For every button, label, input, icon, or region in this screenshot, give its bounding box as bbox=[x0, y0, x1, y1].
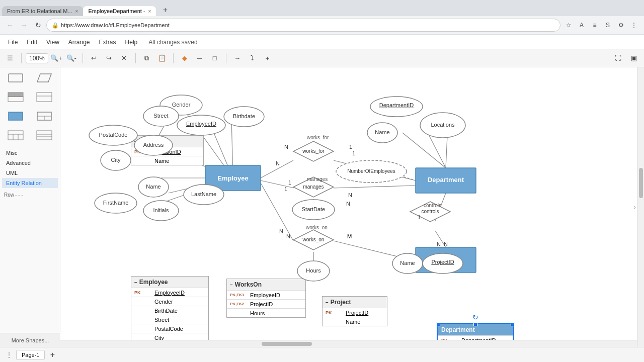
canvas-expand-right[interactable]: › bbox=[633, 203, 636, 212]
h-scroll-thumb[interactable] bbox=[262, 342, 312, 346]
svg-text:Address: Address bbox=[143, 142, 164, 148]
v-scroll-thumb[interactable] bbox=[639, 168, 643, 198]
label-manages: manages bbox=[307, 176, 328, 182]
address-bar[interactable]: 🔒 https://www.draw.io/#LEmployeeDepartme… bbox=[46, 19, 560, 32]
canvas-area[interactable]: N 1 1 N 1 N N M bbox=[60, 67, 637, 347]
tab-1[interactable]: From ER to Relational M... × bbox=[2, 6, 83, 16]
shape-table-1[interactable] bbox=[2, 88, 29, 106]
row-label: Row bbox=[4, 192, 14, 198]
vertical-scrollbar[interactable] bbox=[637, 67, 644, 347]
menu-view[interactable]: View bbox=[42, 37, 63, 47]
add-button[interactable]: ＋ bbox=[261, 52, 275, 65]
app-menu: File Edit View Arrange Extras Help All c… bbox=[0, 35, 644, 49]
shape-3col-preview bbox=[7, 129, 25, 141]
zoom-out-button[interactable]: 🔍- bbox=[64, 52, 78, 65]
left-panel: Misc Advanced UML Entity Relation Row - … bbox=[0, 67, 60, 362]
er-diagram-svg: Employee Department Project Gender Posta… bbox=[60, 67, 637, 347]
fullscreen-button[interactable]: ⛶ bbox=[611, 52, 625, 65]
rect-button[interactable]: □ bbox=[208, 52, 222, 65]
line-button[interactable]: ─ bbox=[193, 52, 207, 65]
panel-advanced-label: Advanced bbox=[6, 160, 31, 166]
panel-uml[interactable]: UML bbox=[2, 168, 58, 178]
add-page-button[interactable]: + bbox=[47, 349, 58, 360]
connector-group: → ⤵ ＋ bbox=[230, 52, 275, 65]
ext-4-icon[interactable]: ⚙ bbox=[615, 19, 627, 31]
horizontal-scrollbar[interactable] bbox=[60, 340, 637, 347]
delete-button[interactable]: ✕ bbox=[117, 52, 131, 65]
tab-2-close[interactable]: × bbox=[148, 9, 151, 14]
connector-button[interactable]: → bbox=[230, 52, 245, 65]
sep-1 bbox=[21, 53, 22, 63]
menu-arrange[interactable]: Arrange bbox=[64, 37, 94, 47]
paste-button[interactable]: 📋 bbox=[155, 52, 169, 65]
panel-advanced[interactable]: Advanced bbox=[2, 158, 58, 168]
svg-text:Birthdate: Birthdate bbox=[233, 113, 255, 119]
svg-text:DepartmentID: DepartmentID bbox=[379, 102, 414, 108]
shape-entity-preview bbox=[7, 110, 25, 122]
shape-split[interactable] bbox=[31, 108, 58, 125]
zoom-in-button[interactable]: 🔍+ bbox=[49, 52, 63, 65]
svg-text:controls: controls bbox=[421, 209, 439, 214]
browser-menu-icon[interactable]: ⋮ bbox=[628, 19, 640, 31]
tab-1-close[interactable]: × bbox=[75, 9, 78, 14]
forward-button[interactable]: → bbox=[18, 19, 30, 31]
svg-rect-0 bbox=[9, 74, 23, 82]
sep-5 bbox=[226, 53, 226, 63]
ext-3-icon[interactable]: S bbox=[602, 19, 614, 31]
panel-misc[interactable]: Misc bbox=[2, 148, 58, 158]
page-1-tab[interactable]: Page-1 bbox=[16, 350, 45, 360]
shape-angled-rect[interactable] bbox=[31, 69, 58, 86]
svg-text:LastName: LastName bbox=[191, 191, 216, 197]
menu-extras[interactable]: Extras bbox=[95, 37, 120, 47]
ext-1-icon[interactable]: A bbox=[576, 19, 588, 31]
undo-button[interactable]: ↩ bbox=[87, 52, 101, 65]
bookmark-icon[interactable]: ☆ bbox=[562, 19, 575, 31]
menu-help[interactable]: Help bbox=[121, 37, 142, 47]
svg-text:Name: Name bbox=[400, 260, 415, 266]
sidebar-toggle-button[interactable]: ☰ bbox=[3, 52, 17, 65]
svg-rect-10 bbox=[8, 131, 23, 140]
card-1-works-for: 1 bbox=[349, 144, 352, 150]
tab-2[interactable]: EmployeeDepartment - × bbox=[83, 6, 156, 16]
page-1-label: Page-1 bbox=[22, 352, 39, 358]
card-n-manages: N bbox=[346, 201, 350, 207]
svg-text:NumberOfEmployees: NumberOfEmployees bbox=[347, 168, 395, 174]
copy-button[interactable]: ⧉ bbox=[140, 52, 154, 65]
card-n-workson: N bbox=[286, 233, 290, 239]
ext-2-icon[interactable]: ≡ bbox=[589, 19, 601, 31]
format-group: ◆ ─ □ bbox=[178, 52, 222, 65]
address-bar-row: ← → ↻ 🔒 https://www.draw.io/#LEmployeeDe… bbox=[0, 16, 644, 34]
redo-button[interactable]: ↪ bbox=[102, 52, 116, 65]
svg-text:Gender: Gender bbox=[172, 102, 191, 108]
refresh-button[interactable]: ↻ bbox=[32, 19, 44, 31]
tab-bar: From ER to Relational M... × EmployeeDep… bbox=[0, 0, 644, 16]
svg-text:works_on: works_on bbox=[302, 237, 325, 242]
menu-file[interactable]: File bbox=[4, 37, 22, 47]
panel-uml-label: UML bbox=[6, 170, 18, 176]
new-tab-button[interactable]: + bbox=[158, 4, 172, 16]
svg-text:manages: manages bbox=[303, 184, 324, 190]
department-rect-label: Department bbox=[428, 176, 464, 184]
zoom-level[interactable]: 100% bbox=[26, 53, 48, 63]
waypoint-button[interactable]: ⤵ bbox=[246, 52, 260, 65]
svg-text:Locations: Locations bbox=[431, 122, 455, 128]
shape-rect[interactable] bbox=[2, 69, 29, 86]
browser-chrome: From ER to Relational M... × EmployeeDep… bbox=[0, 0, 644, 35]
back-button[interactable]: ← bbox=[4, 19, 16, 31]
shape-table-2[interactable] bbox=[31, 88, 58, 106]
panel-entity-relation[interactable]: Entity Relation bbox=[2, 178, 58, 188]
shape-3col[interactable] bbox=[2, 127, 29, 144]
panel-toggle-button[interactable]: ▣ bbox=[627, 52, 641, 65]
page-menu-button[interactable]: ⋮ bbox=[4, 350, 14, 360]
label-works-on: works_on bbox=[305, 225, 328, 230]
panel-sections: Misc Advanced UML Entity Relation bbox=[0, 146, 60, 190]
shape-rect-preview bbox=[7, 72, 25, 84]
shape-entity[interactable] bbox=[2, 108, 29, 125]
fill-button[interactable]: ◆ bbox=[178, 52, 192, 65]
row-item[interactable]: Row - - - bbox=[4, 192, 23, 198]
menu-edit[interactable]: Edit bbox=[23, 37, 41, 47]
svg-text:StartDate: StartDate bbox=[302, 206, 325, 212]
shape-wide-split[interactable] bbox=[31, 127, 58, 144]
tab-2-title: EmployeeDepartment - bbox=[88, 8, 145, 14]
more-shapes-button[interactable]: More Shapes... bbox=[0, 333, 60, 347]
